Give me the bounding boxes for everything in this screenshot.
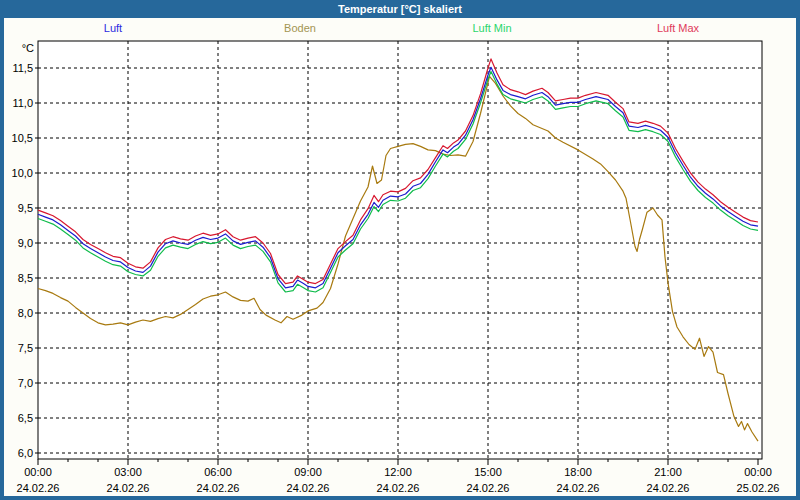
app-window: Temperatur [°C] skaliert Luft Boden Luft… (0, 0, 800, 500)
chart-background (4, 18, 796, 496)
legend-label-boden: Boden (284, 21, 316, 35)
title-bar: Temperatur [°C] skaliert (0, 0, 800, 18)
legend-label-luft-max: Luft Max (657, 21, 699, 35)
chart-legend: Luft Boden Luft Min Luft Max (0, 21, 800, 35)
legend-label-luft: Luft (104, 21, 122, 35)
legend-label-luft-min: Luft Min (472, 21, 511, 35)
window-title: Temperatur [°C] skaliert (338, 3, 462, 15)
